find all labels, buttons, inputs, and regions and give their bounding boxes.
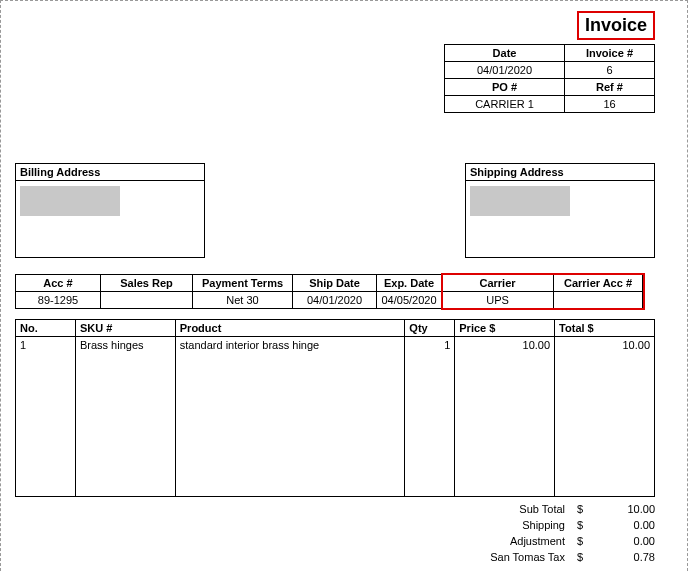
- item-sku: Brass hinges: [75, 337, 175, 497]
- meta-invoice-num-label: Invoice #: [565, 45, 655, 62]
- info-acc-label: Acc #: [16, 275, 100, 292]
- subtotal-label: Sub Total: [445, 501, 565, 517]
- adjustment-label: Adjustment: [445, 533, 565, 549]
- items-header-product: Product: [175, 320, 405, 337]
- tax-label: San Tomas Tax: [445, 549, 565, 565]
- info-shipdate: 04/01/2020: [293, 292, 376, 308]
- meta-ref-label: Ref #: [565, 79, 655, 96]
- item-product: standard interior brass hinge: [175, 337, 405, 497]
- info-row: Acc # 89-1295 Sales Rep Payment Terms Ne…: [15, 274, 655, 309]
- shipping-value: 0.00: [595, 517, 655, 533]
- info-terms-label: Payment Terms: [193, 275, 292, 292]
- info-terms: Net 30: [193, 292, 292, 308]
- info-carrieracc: [554, 292, 642, 306]
- info-rep: [101, 292, 192, 306]
- info-carrier: UPS: [442, 292, 553, 308]
- meta-po-label: PO #: [445, 79, 565, 96]
- info-shipdate-label: Ship Date: [293, 275, 376, 292]
- tax-value: 0.78: [595, 549, 655, 565]
- item-qty: 1: [405, 337, 455, 497]
- currency-symbol: $: [575, 517, 585, 533]
- items-table: No. SKU # Product Qty Price $ Total $ 1 …: [15, 319, 655, 497]
- item-price: 10.00: [455, 337, 555, 497]
- info-carrier-label: Carrier: [442, 275, 553, 292]
- invoice-title: Invoice: [577, 11, 655, 40]
- billing-address-label: Billing Address: [16, 164, 204, 181]
- items-header-no: No.: [16, 320, 76, 337]
- table-row: 1 Brass hinges standard interior brass h…: [16, 337, 655, 497]
- info-rep-label: Sales Rep: [101, 275, 192, 292]
- meta-date-label: Date: [445, 45, 565, 62]
- currency-symbol: $: [575, 549, 585, 565]
- items-header-price: Price $: [455, 320, 555, 337]
- shipping-label: Shipping: [445, 517, 565, 533]
- billing-address-box: Billing Address: [15, 163, 205, 258]
- subtotal-value: 10.00: [595, 501, 655, 517]
- meta-date: 04/01/2020: [445, 62, 565, 79]
- currency-symbol: $: [575, 501, 585, 517]
- currency-symbol: $: [575, 533, 585, 549]
- items-header-sku: SKU #: [75, 320, 175, 337]
- shipping-address-box: Shipping Address: [465, 163, 655, 258]
- info-carrieracc-label: Carrier Acc #: [554, 275, 642, 292]
- meta-table: Date Invoice # 04/01/2020 6 PO # Ref # C…: [444, 44, 655, 113]
- meta-po: CARRIER 1: [445, 96, 565, 113]
- adjustment-value: 0.00: [595, 533, 655, 549]
- item-total: 10.00: [555, 337, 655, 497]
- info-expdate-label: Exp. Date: [377, 275, 441, 292]
- items-header-total: Total $: [555, 320, 655, 337]
- items-header-qty: Qty: [405, 320, 455, 337]
- meta-ref: 16: [565, 96, 655, 113]
- shipping-address-label: Shipping Address: [466, 164, 654, 181]
- totals-block: Sub Total $ 10.00 Shipping $ 0.00 Adjust…: [445, 501, 655, 565]
- billing-address-redacted: [20, 186, 120, 216]
- info-acc: 89-1295: [16, 292, 100, 308]
- shipping-address-redacted: [470, 186, 570, 216]
- info-expdate: 04/05/2020: [377, 292, 441, 308]
- item-no: 1: [16, 337, 76, 497]
- meta-invoice-num: 6: [565, 62, 655, 79]
